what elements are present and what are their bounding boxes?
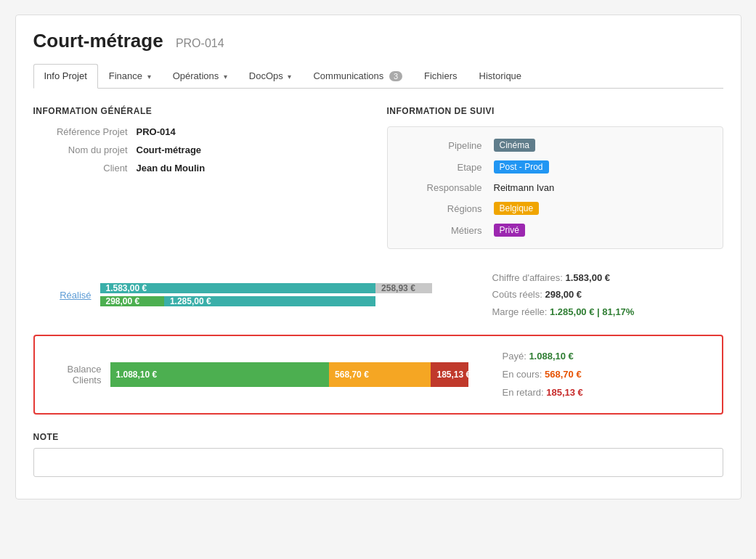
tracking-box: Pipeline Cinéma Etape Post - Prod Respon…	[387, 126, 723, 249]
main-card: Court-métrage PRO-014 Info Projet Financ…	[15, 15, 741, 499]
realise-bar-gray: 258,93 €	[375, 283, 432, 293]
page-title: Court-métrage PRO-014	[33, 30, 723, 52]
realise-bars-and-stats: 1.583,00 € 258,93 € 298,00 € 1.285,00 €	[100, 269, 723, 320]
tab-finance[interactable]: Finance ▾	[98, 64, 162, 88]
pipeline-tag: Cinéma	[494, 139, 535, 152]
tracking-pipeline: Pipeline Cinéma	[402, 139, 708, 152]
realise-label[interactable]: Réalisé	[33, 290, 92, 301]
info-row-reference: Référence Projet PRO-014	[33, 126, 370, 137]
realise-stats: Chiffre d'affaires: 1.583,00 € Coûts rée…	[492, 269, 635, 320]
balance-label: Balance Clients	[44, 364, 102, 385]
etape-label: Etape	[402, 162, 482, 173]
tab-communications[interactable]: Communications 3	[302, 64, 413, 88]
couts-stat: Coûts réels: 298,00 €	[492, 286, 635, 303]
client-label: Client	[33, 163, 128, 174]
info-generale: INFORMATION GÉNÉRALE Référence Projet PR…	[33, 106, 370, 249]
tab-info-projet[interactable]: Info Projet	[33, 64, 98, 89]
balance-bar-red: 185,13 €	[431, 362, 468, 387]
tracking-regions: Régions Belgique	[402, 202, 708, 215]
realise-bar-green: 298,00 €	[100, 296, 164, 306]
balance-bar-orange: 568,70 €	[329, 362, 431, 387]
chevron-down-icon: ▾	[288, 73, 291, 81]
regions-label: Régions	[402, 203, 482, 214]
info-row-client: Client Jean du Moulin	[33, 163, 370, 174]
project-name: Court-métrage	[33, 30, 163, 52]
tracking-metiers: Métiers Privé	[402, 224, 708, 237]
project-code: PRO-014	[176, 37, 224, 49]
tab-docops[interactable]: DocOps ▾	[238, 64, 303, 88]
etape-tag: Post - Prod	[494, 160, 549, 174]
responsable-value: Reitmann Ivan	[494, 182, 555, 193]
note-section: NOTE	[33, 432, 723, 477]
tab-historique[interactable]: Historique	[468, 64, 533, 88]
tracking-responsable: Responsable Reitmann Ivan	[402, 182, 708, 193]
en-cours-stat: En cours: 568,70 €	[503, 366, 583, 384]
realise-bar-teal: 1.583,00 €	[100, 283, 376, 293]
metiers-label: Métiers	[402, 225, 482, 236]
info-generale-title: INFORMATION GÉNÉRALE	[33, 106, 370, 116]
balance-stats: Payé: 1.088,10 € En cours: 568,70 € En r…	[503, 348, 583, 401]
info-row-nom: Nom du projet Court-métrage	[33, 144, 370, 155]
reference-value: PRO-014	[137, 126, 176, 137]
tab-fichiers[interactable]: Fichiers	[413, 64, 468, 88]
realise-section: Réalisé 1.583,00 € 258,93 € 298,00 €	[33, 269, 723, 320]
realise-row-1: Réalisé 1.583,00 € 258,93 € 298,00 €	[33, 269, 723, 320]
chevron-down-icon: ▾	[224, 73, 227, 81]
chevron-down-icon: ▾	[147, 73, 151, 81]
tab-operations[interactable]: Opérations ▾	[162, 64, 238, 88]
metiers-tag: Privé	[494, 224, 525, 237]
regions-tag: Belgique	[494, 202, 540, 215]
realise-bar-teal-2: 1.285,00 €	[164, 296, 375, 306]
balance-section: Balance Clients 1.088,10 € 568,70 € 185,…	[33, 335, 723, 415]
realise-bar-row-2: 298,00 € 1.285,00 €	[100, 296, 478, 306]
nom-value: Court-métrage	[137, 144, 202, 155]
ca-stat: Chiffre d'affaires: 1.583,00 €	[492, 269, 635, 286]
info-suivi-title: INFORMATION DE SUIVI	[387, 106, 723, 116]
info-section: INFORMATION GÉNÉRALE Référence Projet PR…	[33, 106, 723, 249]
reference-label: Référence Projet	[33, 126, 128, 137]
balance-bar-green: 1.088,10 €	[110, 362, 330, 387]
paye-stat: Payé: 1.088,10 €	[503, 348, 583, 366]
pipeline-label: Pipeline	[402, 140, 482, 151]
balance-bars: 1.088,10 € 568,70 € 185,13 €	[110, 362, 488, 387]
realise-bar-row-1: 1.583,00 € 258,93 €	[100, 283, 478, 293]
info-suivi: INFORMATION DE SUIVI Pipeline Cinéma Eta…	[387, 106, 723, 249]
balance-bars-and-stats: 1.088,10 € 568,70 € 185,13 € Payé: 1.088…	[110, 348, 713, 401]
note-title: NOTE	[33, 432, 723, 442]
client-value: Jean du Moulin	[137, 163, 206, 174]
en-retard-stat: En retard: 185,13 €	[503, 384, 583, 402]
nom-label: Nom du projet	[33, 144, 128, 155]
note-input[interactable]	[33, 448, 723, 477]
marge-stat: Marge réelle: 1.285,00 € | 81,17%	[492, 303, 635, 320]
tracking-etape: Etape Post - Prod	[402, 160, 708, 174]
responsable-label: Responsable	[402, 182, 482, 193]
communications-badge: 3	[389, 71, 402, 81]
tab-bar: Info Projet Finance ▾ Opérations ▾ DocOp…	[33, 64, 723, 89]
